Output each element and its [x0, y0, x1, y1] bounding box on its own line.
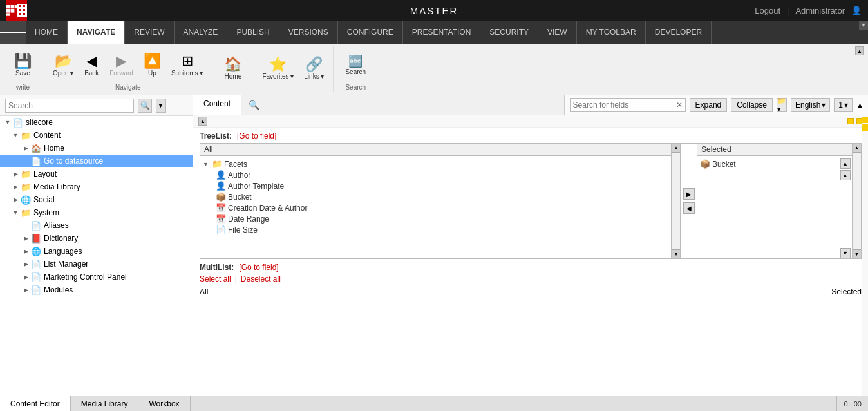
search-dropdown-button[interactable]: ▼	[156, 99, 166, 113]
open-button[interactable]: 📂 Open ▾	[49, 52, 77, 79]
back-button[interactable]: ◀ Back	[80, 52, 103, 79]
tree-arrow-aliases[interactable]	[21, 220, 31, 231]
treelist-go-to-field[interactable]: [Go to field]	[237, 131, 276, 140]
tree-item-media-library[interactable]: ▶ 📁 Media Library	[0, 180, 193, 193]
search-input[interactable]	[8, 101, 131, 110]
nav-versions[interactable]: VERSIONS	[279, 21, 338, 44]
tree-item-home[interactable]: ▶ 🏠 Home	[0, 142, 193, 155]
nav-analyze[interactable]: ANALYZE	[175, 21, 228, 44]
forward-button[interactable]: ▶ Forward	[106, 52, 137, 79]
field-search-clear[interactable]: ✕	[676, 100, 683, 110]
author-template-node[interactable]: 👤 Author Template	[203, 180, 668, 191]
nav-view[interactable]: VIEW	[538, 21, 577, 44]
expand-button[interactable]: Expand	[690, 98, 728, 112]
field-search-input[interactable]	[573, 100, 676, 110]
tree-arrow-social[interactable]: ▶	[10, 195, 21, 205]
subitems-button[interactable]: ⊞ Subitems ▾	[167, 52, 207, 79]
treelist-right-scroll-down[interactable]: ▼	[853, 249, 861, 258]
tree-item-aliases[interactable]: 📄 Aliases	[0, 219, 193, 232]
date-range-node[interactable]: 📅 Date Range	[203, 213, 668, 224]
author-node[interactable]: 👤 Author	[203, 169, 668, 180]
tree-item-dictionary[interactable]: ▶ 📕 Dictionary	[0, 232, 193, 245]
nav-home[interactable]: HOME	[26, 21, 68, 44]
treelist-move-to-top[interactable]: ▲	[840, 158, 851, 169]
tree-arrow-media[interactable]: ▶	[10, 182, 21, 192]
facets-node[interactable]: ▼ 📁 Facets	[203, 158, 668, 169]
treelist-move-left[interactable]: ◀	[683, 202, 695, 214]
bottom-tab-media-library[interactable]: Media Library	[71, 396, 139, 411]
deselect-all-link[interactable]: Deselect all	[241, 274, 281, 283]
select-all-link[interactable]: Select all	[200, 274, 231, 283]
creation-date-node[interactable]: 📅 Creation Date & Author	[203, 202, 668, 213]
tree-item-layout[interactable]: ▶ 📁 Layout	[0, 167, 193, 180]
search-submit-button[interactable]: 🔍	[138, 99, 152, 113]
tree-arrow-home[interactable]: ▶	[21, 143, 31, 153]
tree-arrow-languages[interactable]: ▶	[21, 246, 31, 256]
tree-arrow-sitecore[interactable]: ▼	[3, 117, 13, 128]
forward-label: Forward	[109, 70, 133, 77]
tab-search[interactable]: 🔍	[241, 95, 267, 115]
version-label: 1	[838, 100, 843, 110]
tree-arrow-layout[interactable]: ▶	[10, 169, 21, 179]
logout-link[interactable]: Logout	[755, 6, 780, 15]
nav-configure[interactable]: CONFIGURE	[338, 21, 403, 44]
tree-arrow-marketing[interactable]: ▶	[21, 272, 31, 282]
tree-item-languages[interactable]: ▶ 🌐 Languages	[0, 245, 193, 258]
tree-item-modules[interactable]: ▶ 📄 Modules	[0, 283, 193, 296]
home-button[interactable]: 🏠 Home	[220, 55, 245, 82]
treelist-right-scroll-up[interactable]: ▲	[853, 144, 861, 153]
tree-item-content[interactable]: ▼ 📁 Content	[0, 129, 193, 142]
favorites-label: Favorites ▾	[262, 73, 294, 80]
nav-developer[interactable]: DEVELOPER	[646, 21, 712, 44]
tree-item-marketing-control-panel[interactable]: ▶ 📄 Marketing Control Panel	[0, 271, 193, 283]
tree-arrow-dictionary[interactable]: ▶	[21, 233, 31, 244]
nav-presentation[interactable]: PRESENTATION	[403, 21, 481, 44]
search-ribbon-button[interactable]: 🔤 Search	[341, 53, 370, 78]
treelist-scroll-up[interactable]: ▲	[672, 144, 680, 153]
tree-item-list-manager[interactable]: ▶ 📄 List Manager	[0, 258, 193, 271]
tree-item-sitecore[interactable]: ▼ 📄 sitecore	[0, 116, 193, 129]
facets-arrow[interactable]: ▼	[203, 161, 212, 167]
back-icon: ◀	[86, 54, 97, 68]
ribbon-collapse-button[interactable]: ▲	[855, 46, 864, 55]
nav-publish[interactable]: PUBLISH	[227, 21, 279, 44]
nav-security[interactable]: SECURITY	[480, 21, 538, 44]
hamburger-menu[interactable]	[0, 21, 26, 44]
toolbar-up-button[interactable]: ▲	[856, 101, 863, 109]
nav-my-toolbar[interactable]: MY TOOLBAR	[577, 21, 646, 44]
save-button[interactable]: 💾 Save	[10, 52, 35, 79]
tree-arrow-content[interactable]: ▼	[10, 130, 21, 140]
treelist-move-down[interactable]: ▼	[840, 248, 851, 258]
dropdown-arrow[interactable]: ▼	[859, 21, 868, 30]
file-size-icon: 📄	[216, 225, 226, 234]
multilist-go-to-field[interactable]: [Go to field]	[239, 263, 278, 272]
up-button[interactable]: 🔼 Up	[140, 52, 165, 79]
nav-navigate[interactable]: NAVIGATE	[68, 21, 125, 44]
tab-content[interactable]: Content	[193, 95, 241, 115]
tree-arrow-system[interactable]: ▼	[10, 207, 21, 218]
bottom-tab-content-editor[interactable]: Content Editor	[0, 396, 71, 411]
tree-item-social[interactable]: ▶ 🌐 Social	[0, 193, 193, 206]
favorites-button[interactable]: ⭐ Favorites ▾	[258, 55, 297, 82]
tree-item-system[interactable]: ▼ 📁 System	[0, 206, 193, 219]
collapse-button[interactable]: Collapse	[731, 98, 773, 112]
bucket-selected-node[interactable]: 📦 Bucket	[700, 158, 835, 169]
tree-item-go-to-datasource[interactable]: 📄 Go to datasource	[0, 155, 193, 167]
nav-review[interactable]: REVIEW	[125, 21, 174, 44]
file-size-node[interactable]: 📄 File Size	[203, 224, 668, 235]
bucket-node[interactable]: 📦 Bucket	[203, 191, 668, 202]
sitecore-node-icon: 📄	[13, 117, 23, 128]
file-size-label: File Size	[228, 225, 258, 234]
language-button[interactable]: English ▾	[791, 98, 830, 112]
bottom-tab-workbox[interactable]: Workbox	[138, 396, 190, 411]
tree-arrow-modules[interactable]: ▶	[21, 285, 31, 295]
tree-arrow-datasource[interactable]	[21, 156, 31, 166]
folder-icon-button[interactable]: 📁▾	[777, 98, 787, 112]
treelist-move-right[interactable]: ▶	[683, 188, 695, 200]
version-button[interactable]: 1 ▾	[834, 98, 853, 112]
tree-arrow-list-manager[interactable]: ▶	[21, 259, 31, 269]
scroll-up-button[interactable]: ▲	[198, 117, 207, 126]
links-button[interactable]: 🔗 Links ▾	[300, 55, 328, 82]
treelist-move-up[interactable]: ▲	[840, 170, 851, 180]
treelist-scroll-down[interactable]: ▼	[672, 249, 680, 258]
